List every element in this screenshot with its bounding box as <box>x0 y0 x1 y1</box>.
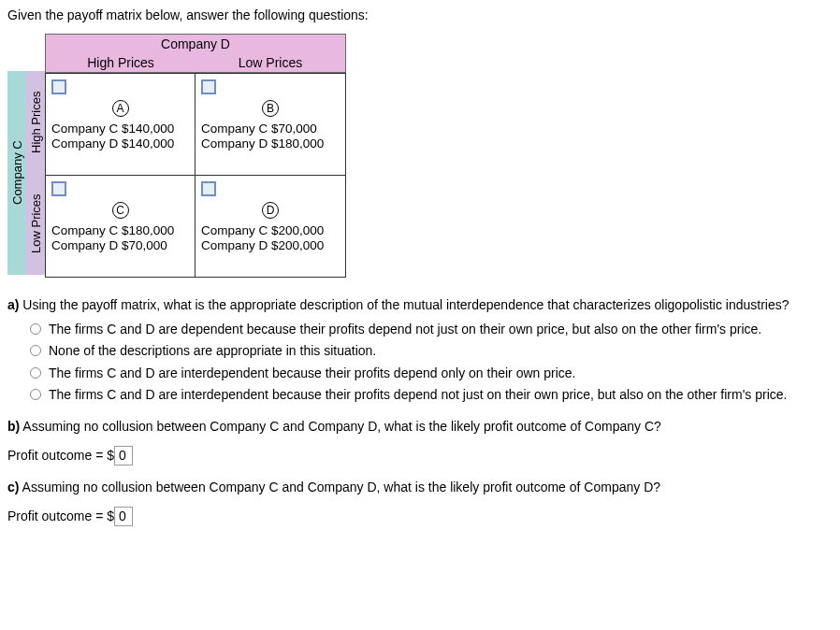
cell-d: D Company C $200,000 Company D $200,000 <box>196 176 345 277</box>
question-label: c) <box>7 480 19 494</box>
profit-input-d[interactable]: 0 <box>114 507 133 527</box>
radio-icon[interactable] <box>30 345 41 356</box>
cell-b: B Company C $70,000 Company D $180,000 <box>196 74 345 175</box>
payoff-text: Company D $70,000 <box>51 238 189 252</box>
payoff-text: Company C $70,000 <box>201 122 340 136</box>
option-row[interactable]: The firms C and D are interdependent bec… <box>30 386 833 405</box>
payoff-text: Company C $180,000 <box>51 223 189 237</box>
option-row[interactable]: The firms C and D are interdependent bec… <box>30 365 833 383</box>
question-text: Using the payoff matrix, what is the app… <box>22 297 789 312</box>
question-label: a) <box>7 297 19 312</box>
row-company-label: Company C <box>7 71 26 275</box>
option-text: The firms C and D are dependent because … <box>49 321 833 339</box>
question-c: c) Assuming no collusion between Company… <box>7 479 833 526</box>
payoff-text: Company D $200,000 <box>201 238 340 252</box>
intro-text: Given the payoff matrix below, answer th… <box>7 7 833 22</box>
col-label-low: Low Prices <box>196 53 345 72</box>
answer-line: Profit outcome = $0 <box>7 446 833 466</box>
payoff-text: Company D $140,000 <box>51 136 189 150</box>
checkbox-icon[interactable] <box>201 181 216 196</box>
col-label-high: High Prices <box>46 53 196 72</box>
question-b: b) Assuming no collusion between Company… <box>7 418 833 465</box>
option-row[interactable]: None of the descriptions are appropriate… <box>30 342 833 361</box>
radio-icon[interactable] <box>30 389 41 400</box>
question-text: Assuming no collusion between Company C … <box>22 419 660 434</box>
cell-letter: D <box>262 202 279 219</box>
cell-c: C Company C $180,000 Company D $70,000 <box>46 176 196 277</box>
question-a: a) Using the payoff matrix, what is the … <box>7 296 833 405</box>
checkbox-icon[interactable] <box>51 79 66 94</box>
answer-label: Profit outcome = $ <box>7 508 114 523</box>
payoff-grid: A Company C $140,000 Company D $140,000 … <box>45 73 346 278</box>
checkbox-icon[interactable] <box>201 79 216 94</box>
options-list: The firms C and D are dependent because … <box>30 321 833 405</box>
payoff-text: Company C $140,000 <box>51 122 189 136</box>
option-text: None of the descriptions are appropriate… <box>49 342 833 361</box>
cell-a: A Company C $140,000 Company D $140,000 <box>46 74 196 175</box>
cell-letter: C <box>112 202 129 219</box>
answer-line: Profit outcome = $0 <box>7 507 833 527</box>
profit-input-c[interactable]: 0 <box>114 446 133 466</box>
radio-icon[interactable] <box>30 323 41 335</box>
payoff-text: Company D $180,000 <box>201 136 340 150</box>
payoff-text: Company C $200,000 <box>201 223 340 237</box>
option-text: The firms C and D are interdependent bec… <box>49 365 833 383</box>
col-company-label: Company D <box>45 34 346 53</box>
option-row[interactable]: The firms C and D are dependent because … <box>30 321 833 339</box>
question-label: b) <box>7 419 20 434</box>
cell-letter: A <box>112 100 129 117</box>
radio-icon[interactable] <box>30 367 41 379</box>
row-label-low: Low Prices <box>26 173 45 275</box>
cell-letter: B <box>262 100 279 117</box>
question-text: Assuming no collusion between Company C … <box>22 480 660 494</box>
row-label-high: High Prices <box>26 71 45 173</box>
option-text: The firms C and D are interdependent bec… <box>49 386 833 405</box>
answer-label: Profit outcome = $ <box>7 448 114 463</box>
payoff-matrix: Company C High Prices Low Prices Company… <box>7 34 833 278</box>
checkbox-icon[interactable] <box>51 181 66 196</box>
